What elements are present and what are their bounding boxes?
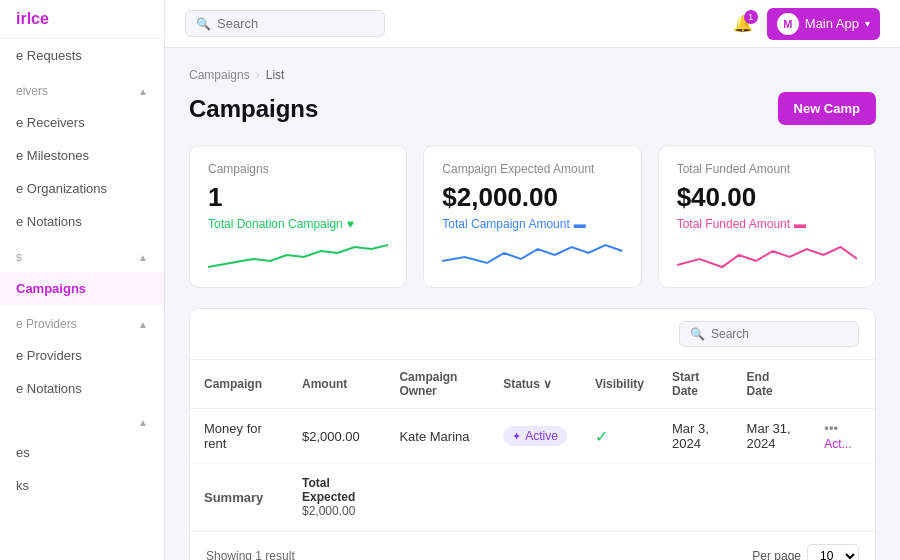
table-search-input[interactable] <box>711 327 851 341</box>
sidebar-section-label: eivers <box>16 84 48 98</box>
bar-icon-blue: ▬ <box>574 217 586 231</box>
action-link[interactable]: Act... <box>824 437 851 451</box>
sidebar-item-receivers[interactable]: e Receivers <box>0 106 164 139</box>
col-status[interactable]: Status ∨ <box>489 360 581 409</box>
new-campaign-button[interactable]: New Camp <box>778 92 876 125</box>
sidebar-item-organizations[interactable]: e Organizations <box>0 172 164 205</box>
sparkline-funded <box>677 239 857 271</box>
stat-sub-expected: Total Campaign Amount ▬ <box>442 217 622 231</box>
table-toolbar: 🔍 <box>190 309 875 360</box>
sidebar-section-misc[interactable]: ▲ <box>0 409 164 436</box>
col-campaign: Campaign <box>190 360 288 409</box>
action-dots[interactable]: ••• <box>824 421 838 436</box>
summary-label: Summary <box>204 490 263 505</box>
bar-icon-pink: ▬ <box>794 217 806 231</box>
table-search-box[interactable]: 🔍 <box>679 321 859 347</box>
chevron-up-icon: ▲ <box>138 86 148 97</box>
summary-row: Summary Total Expected $2,000.00 <box>190 464 875 531</box>
summary-empty <box>385 464 875 531</box>
heart-icon: ♥ <box>347 217 354 231</box>
breadcrumb-parent[interactable]: Campaigns <box>189 68 250 82</box>
col-amount: Amount <box>288 360 385 409</box>
stat-label-campaigns: Campaigns <box>208 162 388 176</box>
per-page-control[interactable]: Per page 10 25 50 <box>752 544 859 560</box>
table-row: Money for rent $2,000.00 Kate Marina ✦ A… <box>190 409 875 464</box>
per-page-select[interactable]: 10 25 50 <box>807 544 859 560</box>
sidebar-item-requests[interactable]: e Requests <box>0 39 164 72</box>
page-title: Campaigns <box>189 95 318 123</box>
notification-badge: 1 <box>744 10 758 24</box>
sidebar-item-provider-notations[interactable]: e Notations <box>0 372 164 405</box>
notification-bell[interactable]: 🔔 1 <box>733 14 753 33</box>
user-menu-button[interactable]: M Main App ▾ <box>767 8 880 40</box>
breadcrumb-separator: › <box>256 68 260 82</box>
stat-value-funded: $40.00 <box>677 182 857 213</box>
stat-card-campaigns: Campaigns 1 Total Donation Campaign ♥ <box>189 145 407 288</box>
stat-sub-campaigns: Total Donation Campaign ♥ <box>208 217 388 231</box>
topbar-right: 🔔 1 M Main App ▾ <box>733 8 880 40</box>
cell-campaign-name: Money for rent <box>190 409 288 464</box>
cell-visibility: ✓ <box>581 409 658 464</box>
stat-value-campaigns: 1 <box>208 182 388 213</box>
app-logo: irlce <box>0 0 164 39</box>
status-badge: ✦ Active <box>503 426 567 446</box>
sidebar-item-providers[interactable]: e Providers <box>0 339 164 372</box>
col-start-date: Start Date <box>658 360 733 409</box>
col-end-date: End Date <box>733 360 811 409</box>
showing-results-text: Showing 1 result <box>206 549 295 560</box>
table-footer: Showing 1 result Per page 10 25 50 <box>190 531 875 560</box>
search-icon: 🔍 <box>196 17 211 31</box>
stat-card-expected: Campaign Expected Amount $2,000.00 Total… <box>423 145 641 288</box>
sidebar-item-notations[interactable]: e Notations <box>0 205 164 238</box>
main-content: 🔍 🔔 1 M Main App ▾ Campaigns › List Camp… <box>165 0 900 560</box>
sidebar-section-receivers[interactable]: eivers ▲ <box>0 76 164 106</box>
sidebar-section-s-label: s <box>16 250 22 264</box>
stat-sub-funded: Total Funded Amount ▬ <box>677 217 857 231</box>
summary-label-cell: Summary <box>190 464 288 531</box>
status-badge-icon: ✦ <box>512 430 521 443</box>
cell-owner: Kate Marina <box>385 409 489 464</box>
cell-amount: $2,000.00 <box>288 409 385 464</box>
total-expected-label: Total Expected <box>302 476 371 504</box>
stat-label-funded: Total Funded Amount <box>677 162 857 176</box>
topbar: 🔍 🔔 1 M Main App ▾ <box>165 0 900 48</box>
visibility-check-icon: ✓ <box>595 428 608 445</box>
chevron-up-icon-4: ▲ <box>138 417 148 428</box>
stat-sub-label-expected: Total Campaign Amount <box>442 217 569 231</box>
sidebar-item-milestones[interactable]: e Milestones <box>0 139 164 172</box>
sidebar-item-ks[interactable]: ks <box>0 469 164 502</box>
sidebar-section-providers[interactable]: e Providers ▲ <box>0 309 164 339</box>
cell-actions[interactable]: ••• Act... <box>810 409 875 464</box>
stat-sub-label-campaigns: Total Donation Campaign <box>208 217 343 231</box>
search-box[interactable]: 🔍 <box>185 10 385 37</box>
sidebar-item-es[interactable]: es <box>0 436 164 469</box>
breadcrumb: Campaigns › List <box>189 68 876 82</box>
status-badge-label: Active <box>525 429 558 443</box>
cell-end-date: Mar 31, 2024 <box>733 409 811 464</box>
search-input[interactable] <box>217 16 367 31</box>
stat-sub-label-funded: Total Funded Amount <box>677 217 790 231</box>
chevron-down-icon: ▾ <box>865 18 870 29</box>
col-owner: Campaign Owner <box>385 360 489 409</box>
sparkline-expected <box>442 239 622 271</box>
chevron-up-icon-3: ▲ <box>138 319 148 330</box>
sidebar-section-s[interactable]: s ▲ <box>0 242 164 272</box>
page-header: Campaigns New Camp <box>189 92 876 125</box>
sparkline-campaigns <box>208 239 388 271</box>
stat-card-funded: Total Funded Amount $40.00 Total Funded … <box>658 145 876 288</box>
sort-icon: ∨ <box>543 377 552 391</box>
stats-row: Campaigns 1 Total Donation Campaign ♥ Ca… <box>189 145 876 288</box>
per-page-label: Per page <box>752 549 801 560</box>
user-name: Main App <box>805 16 859 31</box>
col-visibility: Visibility <box>581 360 658 409</box>
sidebar-item-campaigns[interactable]: Campaigns <box>0 272 164 305</box>
stat-value-expected: $2,000.00 <box>442 182 622 213</box>
total-expected-value: $2,000.00 <box>302 504 371 518</box>
sidebar-section-providers-label: e Providers <box>16 317 77 331</box>
breadcrumb-current: List <box>266 68 285 82</box>
summary-total-cell: Total Expected $2,000.00 <box>288 464 385 531</box>
table-search-icon: 🔍 <box>690 327 705 341</box>
stat-label-expected: Campaign Expected Amount <box>442 162 622 176</box>
cell-status: ✦ Active <box>489 409 581 464</box>
sidebar: irlce e Requests eivers ▲ e Receivers e … <box>0 0 165 560</box>
